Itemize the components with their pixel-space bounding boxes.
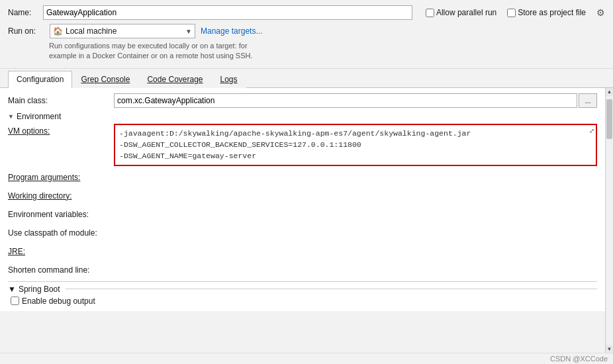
environment-label: Environment — [17, 112, 61, 121]
scroll-up-icon[interactable]: ▲ — [606, 88, 613, 96]
spring-boot-separator — [66, 289, 597, 289]
run-on-hint: Run configurations may be executed local… — [49, 41, 605, 62]
run-on-dropdown[interactable]: 🏠 Local machine ▼ — [50, 24, 195, 38]
house-icon: 🏠 — [53, 26, 63, 36]
main-class-row: Main class: ... — [8, 93, 597, 108]
run-on-value: Local machine — [66, 26, 183, 36]
footer-text: CSDN @XCCode — [550, 355, 608, 363]
environment-section-header[interactable]: ▼ Environment — [8, 112, 597, 121]
spring-boot-header[interactable]: ▼ Spring Boot — [8, 285, 597, 294]
vm-options-row: VM options: -javaagent:D:/skywalking/apa… — [8, 124, 597, 166]
tabs-bar: Configuration Grep Console Code Coverage… — [0, 70, 613, 88]
enable-debug-checkbox[interactable] — [11, 296, 19, 305]
spring-boot-label: Spring Boot — [19, 285, 60, 294]
store-project-label: Store as project file — [518, 8, 586, 17]
shorten-cmd-row: Shorten command line: — [8, 263, 597, 277]
vertical-scrollbar[interactable]: ▲ ▼ — [605, 88, 613, 353]
spring-boot-collapse-icon: ▼ — [8, 285, 16, 294]
top-bar: Name: Allow parallel run Store as projec… — [0, 0, 613, 69]
jre-label: JRE: — [8, 247, 114, 256]
vm-options-input[interactable]: -javaagent:D:/skywalking/apache-skywalki… — [114, 124, 597, 166]
main-class-input[interactable] — [114, 93, 577, 108]
working-dir-label: Working directory: — [8, 191, 114, 201]
manage-targets-link[interactable]: Manage targets... — [201, 26, 262, 36]
settings-icon[interactable]: ⚙ — [596, 7, 605, 18]
tab-grep-console[interactable]: Grep Console — [72, 71, 138, 88]
main-class-label: Main class: — [8, 96, 114, 105]
classpath-row: Use classpath of module: — [8, 226, 597, 240]
tab-code-coverage[interactable]: Code Coverage — [138, 71, 211, 88]
content-area: Main class: ... ▼ Environment VM options… — [0, 88, 605, 311]
enable-debug-row: Enable debug output — [8, 296, 597, 306]
env-vars-row: Environment variables: — [8, 207, 597, 222]
classpath-label: Use classpath of module: — [8, 228, 114, 238]
expand-vm-options-icon[interactable]: ⤢ — [589, 126, 594, 136]
env-vars-label: Environment variables: — [8, 210, 114, 219]
vm-options-line3: -DSW_AGENT_NAME=gateway-server — [119, 152, 256, 160]
tab-logs[interactable]: Logs — [212, 71, 246, 88]
main-class-browse-button[interactable]: ... — [579, 93, 597, 108]
scroll-down-icon[interactable]: ▼ — [606, 345, 613, 353]
allow-parallel-label: Allow parallel run — [436, 8, 496, 17]
program-args-label: Program arguments: — [8, 173, 114, 182]
allow-parallel-checkbox[interactable]: Allow parallel run — [426, 8, 496, 17]
footer-bar: CSDN @XCCode — [0, 353, 613, 364]
run-configuration-dialog: Name: Allow parallel run Store as projec… — [0, 0, 613, 364]
scrollbar-track[interactable] — [606, 96, 613, 345]
tab-configuration[interactable]: Configuration — [8, 71, 72, 88]
jre-row: JRE: — [8, 244, 597, 259]
program-args-row: Program arguments: — [8, 170, 597, 185]
chevron-down-icon: ▼ — [185, 28, 192, 35]
vm-options-line2: -DSW_AGENT_COLLECTOR_BACKEND_SERVICES=12… — [119, 140, 361, 149]
vm-options-line1: -javaagent:D:/skywalking/apache-skywalki… — [119, 129, 471, 138]
spring-boot-section: ▼ Spring Boot Enable debug output — [8, 281, 597, 306]
shorten-cmd-label: Shorten command line: — [8, 265, 114, 275]
collapse-icon: ▼ — [8, 113, 14, 120]
scrollbar-thumb[interactable] — [606, 99, 612, 139]
working-dir-row: Working directory: — [8, 189, 597, 203]
store-project-checkbox[interactable]: Store as project file — [507, 8, 586, 17]
name-label: Name: — [8, 8, 38, 17]
name-input[interactable] — [43, 5, 412, 20]
run-on-label: Run on: — [8, 26, 44, 36]
enable-debug-label: Enable debug output — [22, 296, 95, 306]
top-right-options: Allow parallel run Store as project file… — [426, 7, 605, 18]
vm-options-label: VM options: — [8, 124, 114, 136]
